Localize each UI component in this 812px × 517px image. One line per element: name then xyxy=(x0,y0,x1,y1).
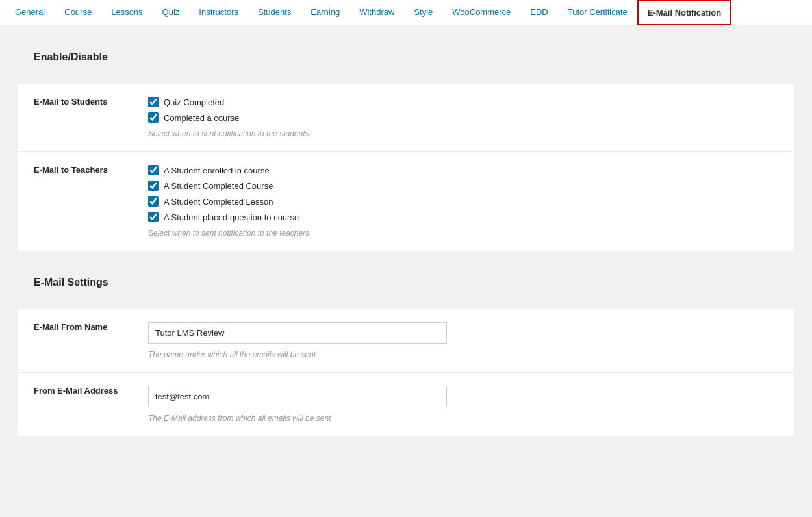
student-completed-course-label: A Student Completed Course xyxy=(164,181,273,191)
section-title-email-settings: E-Mail Settings xyxy=(34,277,778,294)
tab-bar: GeneralCourseLessonsQuizInstructorsStude… xyxy=(0,0,812,25)
email-to-teachers-options: A Student enrolled in course A Student C… xyxy=(148,152,325,251)
student-placed-question-checkbox[interactable] xyxy=(148,212,159,222)
tab-lessons[interactable]: Lessons xyxy=(101,0,152,25)
email-to-students-label: E-Mail to Students xyxy=(18,84,148,151)
tab-instructors[interactable]: Instructors xyxy=(189,0,248,25)
enrolled-in-course-item: A Student enrolled in course xyxy=(148,165,309,175)
tab-students[interactable]: Students xyxy=(248,0,301,25)
student-completed-lesson-item: A Student Completed Lesson xyxy=(148,196,309,207)
student-placed-question-label: A Student placed question to course xyxy=(164,212,299,222)
from-email-address-content: The E-Mail address from which all emails… xyxy=(148,373,463,436)
student-completed-course-item: A Student Completed Course xyxy=(148,181,309,191)
tab-general[interactable]: General xyxy=(5,0,55,25)
enrolled-in-course-checkbox[interactable] xyxy=(148,165,159,175)
tab-quiz[interactable]: Quiz xyxy=(153,0,190,25)
enable-disable-block: E-Mail to Students Quiz Completed Comple… xyxy=(18,84,794,251)
spacer xyxy=(18,251,794,266)
email-to-students-options: Quiz Completed Completed a course Select… xyxy=(148,84,325,151)
email-settings-section: E-Mail Settings E-Mail From Name The nam… xyxy=(18,266,794,436)
section-title-enable-disable: Enable/Disable xyxy=(34,51,778,68)
tab-withdraw[interactable]: Withdraw xyxy=(349,0,404,25)
student-completed-lesson-label: A Student Completed Lesson xyxy=(164,197,273,207)
quiz-completed-item: Quiz Completed xyxy=(148,97,309,107)
email-from-name-row: E-Mail From Name The name under which al… xyxy=(18,309,794,373)
from-email-address-row: From E-Mail Address The E-Mail address f… xyxy=(18,373,794,436)
email-to-students-row: E-Mail to Students Quiz Completed Comple… xyxy=(18,84,794,152)
email-from-name-help: The name under which all the emails will… xyxy=(148,350,447,359)
quiz-completed-checkbox[interactable] xyxy=(148,97,159,107)
student-completed-course-checkbox[interactable] xyxy=(148,181,159,191)
tab-course[interactable]: Course xyxy=(55,0,101,25)
student-placed-question-item: A Student placed question to course xyxy=(148,212,309,222)
from-email-address-input[interactable] xyxy=(148,386,447,407)
tab-tutor-certificate[interactable]: Tutor Certificate xyxy=(558,0,637,25)
student-completed-lesson-checkbox[interactable] xyxy=(148,196,159,207)
from-email-address-label: From E-Mail Address xyxy=(18,373,148,436)
email-to-students-help: Select when to sent notification to the … xyxy=(148,129,309,138)
section-header-email-settings: E-Mail Settings xyxy=(18,266,794,309)
completed-course-label: Completed a course xyxy=(164,113,239,123)
email-to-teachers-help: Select when to sent notification to the … xyxy=(148,229,309,238)
email-settings-block: E-Mail From Name The name under which al… xyxy=(18,309,794,436)
email-to-teachers-label: E-Mail to Teachers xyxy=(18,152,148,251)
section-header-enable-disable: Enable/Disable xyxy=(18,41,794,84)
email-from-name-input[interactable] xyxy=(148,322,447,344)
tab-earning[interactable]: Earning xyxy=(301,0,349,25)
main-content: Enable/Disable E-Mail to Students Quiz C… xyxy=(0,25,812,451)
tab-woocommerce[interactable]: WooCommerce xyxy=(442,0,520,25)
email-from-name-label: E-Mail From Name xyxy=(18,309,148,372)
tab-style[interactable]: Style xyxy=(404,0,442,25)
completed-course-item: Completed a course xyxy=(148,112,309,123)
tab-e-mail-notification[interactable]: E-Mail Notification xyxy=(637,0,731,25)
completed-course-checkbox[interactable] xyxy=(148,112,159,123)
quiz-completed-label: Quiz Completed xyxy=(164,97,224,107)
enable-disable-section: Enable/Disable E-Mail to Students Quiz C… xyxy=(18,41,794,251)
email-to-teachers-row: E-Mail to Teachers A Student enrolled in… xyxy=(18,152,794,251)
enrolled-in-course-label: A Student enrolled in course xyxy=(164,166,270,175)
from-email-address-help: The E-Mail address from which all emails… xyxy=(148,414,447,423)
email-from-name-content: The name under which all the emails will… xyxy=(148,309,463,372)
tab-edd[interactable]: EDD xyxy=(520,0,557,25)
